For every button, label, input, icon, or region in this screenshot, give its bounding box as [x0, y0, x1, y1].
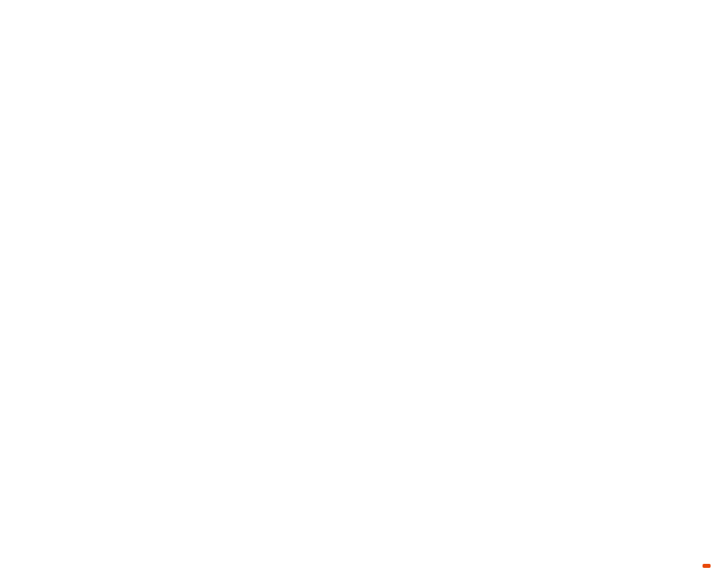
watermark — [703, 564, 711, 568]
